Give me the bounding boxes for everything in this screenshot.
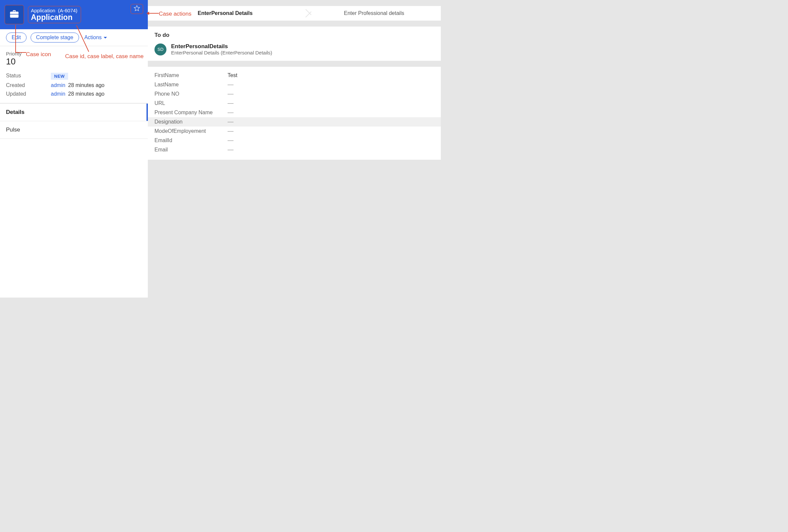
updated-label: Updated bbox=[6, 91, 51, 97]
form-key: FirstName bbox=[155, 73, 228, 78]
case-name: Application bbox=[31, 13, 77, 22]
form-row: FirstNameTest bbox=[148, 71, 441, 80]
annotation-arrow bbox=[147, 13, 159, 14]
actions-label: Actions bbox=[84, 35, 102, 41]
form-value: –– bbox=[228, 138, 234, 143]
created-label: Created bbox=[6, 82, 51, 88]
form-value: –– bbox=[228, 147, 234, 153]
form-value: Test bbox=[228, 73, 237, 78]
form-key: URL bbox=[155, 100, 228, 106]
form-key: LastName bbox=[155, 82, 228, 88]
todo-title: To do bbox=[155, 32, 434, 39]
form-value: –– bbox=[228, 100, 234, 106]
todo-main: EnterPersonalDetails bbox=[171, 43, 272, 50]
todo-item[interactable]: SD EnterPersonalDetails EnterPersonal De… bbox=[155, 43, 434, 56]
form-key: Email bbox=[155, 147, 228, 153]
case-summary: Priority 10 Status NEW Created admin 28 … bbox=[0, 46, 148, 103]
crumb-step2[interactable]: Enter Professional details bbox=[307, 6, 441, 21]
form-key: Present Company Name bbox=[155, 109, 228, 116]
stage-breadcrumb: EnterPersonal Details Enter Professional… bbox=[148, 6, 441, 21]
form-row: LastName–– bbox=[148, 80, 441, 89]
form-key: Phone NO bbox=[155, 91, 228, 97]
updated-user[interactable]: admin bbox=[51, 91, 65, 97]
form-row: URL–– bbox=[148, 99, 441, 108]
form-row: Designation–– bbox=[148, 117, 441, 126]
crumb-step1-label: EnterPersonal Details bbox=[198, 10, 253, 16]
form-value: –– bbox=[228, 82, 234, 88]
created-user[interactable]: admin bbox=[51, 82, 65, 88]
crumb-step2-label: Enter Professional details bbox=[344, 10, 404, 16]
form-row: Email–– bbox=[148, 145, 441, 155]
form-card: FirstNameTestLastName––Phone NO––URL––Pr… bbox=[148, 67, 441, 160]
case-title-block: Application (A-6074) Application bbox=[28, 6, 81, 23]
form-row: EmailId–– bbox=[148, 136, 441, 145]
case-label: Application bbox=[31, 8, 55, 13]
case-toolbar: Edit Complete stage Actions bbox=[0, 29, 148, 46]
left-panel: Application (A-6074) Application Case ic… bbox=[0, 0, 148, 298]
chevron-down-icon bbox=[104, 37, 107, 39]
form-value: –– bbox=[228, 119, 234, 125]
actions-menu[interactable]: Actions bbox=[84, 35, 107, 41]
crumb-step1[interactable]: EnterPersonal Details bbox=[148, 6, 307, 21]
edit-button[interactable]: Edit bbox=[6, 33, 26, 42]
form-row: Present Company Name–– bbox=[148, 108, 441, 117]
favorite-button[interactable] bbox=[131, 4, 143, 14]
left-tabs: Details Pulse bbox=[0, 103, 148, 139]
form-row: ModeOfEmployement–– bbox=[148, 126, 441, 136]
status-badge: NEW bbox=[51, 73, 68, 80]
form-value: –– bbox=[228, 128, 234, 134]
status-label: Status bbox=[6, 73, 51, 80]
form-row: Phone NO–– bbox=[148, 89, 441, 99]
complete-stage-button[interactable]: Complete stage bbox=[31, 33, 79, 42]
right-panel: EnterPersonal Details Enter Professional… bbox=[148, 0, 441, 298]
tab-details[interactable]: Details bbox=[0, 104, 148, 121]
tab-pulse[interactable]: Pulse bbox=[0, 121, 148, 139]
updated-ago: 28 minutes ago bbox=[68, 91, 104, 97]
briefcase-icon bbox=[8, 8, 20, 21]
todo-card: To do SD EnterPersonalDetails EnterPerso… bbox=[148, 26, 441, 61]
todo-sub: EnterPersonal Details (EnterPersonal Det… bbox=[171, 50, 272, 56]
form-value: –– bbox=[228, 91, 234, 97]
priority-label: Priority bbox=[6, 51, 142, 57]
form-key: Designation bbox=[155, 119, 228, 125]
star-icon bbox=[133, 5, 140, 13]
form-value: –– bbox=[228, 109, 234, 116]
form-key: EmailId bbox=[155, 138, 228, 143]
case-id: (A-6074) bbox=[58, 8, 77, 13]
avatar: SD bbox=[155, 43, 166, 56]
case-icon bbox=[5, 5, 24, 24]
form-key: ModeOfEmployement bbox=[155, 128, 228, 134]
case-header: Application (A-6074) Application bbox=[0, 0, 148, 29]
created-ago: 28 minutes ago bbox=[68, 82, 104, 88]
priority-value: 10 bbox=[6, 57, 142, 67]
